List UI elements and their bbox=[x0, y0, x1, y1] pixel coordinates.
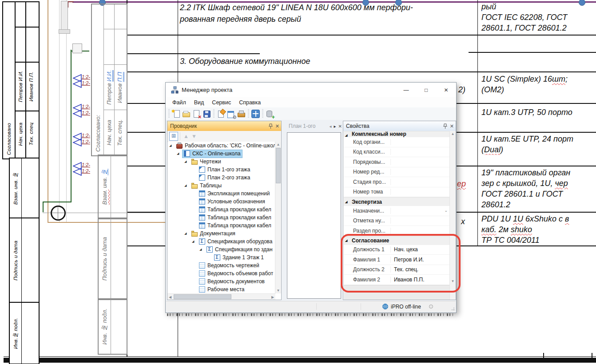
tree-expand-icon[interactable] bbox=[184, 160, 187, 163]
props-vertical-scrollbar[interactable]: ▲ ▼ bbox=[449, 131, 456, 300]
tab-close-icon[interactable]: ✕ bbox=[338, 124, 342, 129]
property-value[interactable]: Петров И.И. bbox=[391, 257, 449, 263]
move-up-icon[interactable]: ▲ bbox=[183, 133, 189, 139]
property-row[interactable]: Раздел про... ⌄ bbox=[344, 226, 449, 236]
tree-expand-icon[interactable] bbox=[177, 152, 179, 155]
toolbar-button[interactable] bbox=[251, 109, 260, 119]
property-row[interactable]: Код класси... ⌄ bbox=[344, 147, 449, 158]
property-value[interactable]: Иванов П.П. bbox=[391, 277, 449, 283]
tree-item[interactable]: Чертежи bbox=[168, 158, 275, 166]
project-manager-window[interactable]: Менеджер проекта — □ ✕ ФайлВидСервисСпра… bbox=[165, 82, 457, 313]
property-row[interactable]: Код органи... ⌄ bbox=[344, 137, 449, 147]
tree-item[interactable]: Рабочие места bbox=[168, 285, 275, 293]
tree-item[interactable]: Таблица прокладки кабел bbox=[168, 214, 275, 222]
tree-item[interactable]: Ведомость объемов работ bbox=[168, 269, 275, 277]
tree-item[interactable]: Здание 1 Этаж 1 bbox=[168, 253, 275, 261]
property-value[interactable]: Тех. спец. bbox=[391, 266, 449, 273]
tree-item[interactable]: Условные обозначения bbox=[168, 198, 275, 206]
tree-item[interactable]: Спецификация оборудова bbox=[168, 237, 275, 245]
move-down-icon[interactable]: ▼ bbox=[191, 133, 197, 139]
property-row[interactable]: Должность 1 Нач. цеха ⌄ bbox=[344, 245, 449, 255]
property-row[interactable]: Комплексный номер ⌄ bbox=[344, 131, 449, 137]
tree-item[interactable]: План 1-ого этажа bbox=[168, 166, 275, 174]
overlay-vzam[interactable]: Взам. инв. № bbox=[98, 154, 127, 219]
scroll-down-icon[interactable]: ▼ bbox=[275, 289, 281, 293]
tab-nav-forward-icon[interactable]: ▸ bbox=[334, 124, 336, 129]
group-expand-icon[interactable] bbox=[344, 200, 352, 204]
property-row[interactable]: Отметка ну... ⌄ bbox=[344, 216, 449, 226]
menu-item[interactable]: Справка bbox=[235, 98, 265, 107]
scroll-up-icon[interactable]: ▲ bbox=[275, 142, 281, 146]
tree-item[interactable]: Спецификация по здан bbox=[168, 245, 275, 253]
tree-item[interactable]: Таблицы bbox=[168, 182, 275, 190]
scroll-left-icon[interactable]: ◀ bbox=[167, 295, 173, 299]
tree-item[interactable]: План 2-ого этажа bbox=[168, 174, 275, 182]
property-row[interactable]: Назначени... ⌄ bbox=[344, 206, 449, 216]
tree-vertical-scrollbar[interactable]: ▲ ▼ bbox=[275, 142, 281, 293]
toolbar-button[interactable] bbox=[237, 109, 246, 119]
resize-grip[interactable] bbox=[453, 309, 454, 310]
property-row[interactable]: Должность 2 Тех. спец. ⌄ bbox=[344, 265, 449, 275]
overlay-podpis[interactable]: Подпись и дата bbox=[98, 218, 127, 300]
property-row[interactable]: Номер тома ⌄ bbox=[344, 187, 449, 198]
menu-item[interactable]: Вид bbox=[190, 98, 208, 107]
maximize-button[interactable]: □ bbox=[416, 83, 436, 97]
pin-icon[interactable] bbox=[268, 123, 273, 129]
group-expand-icon[interactable] bbox=[344, 134, 352, 137]
toolbar-button[interactable] bbox=[171, 109, 181, 119]
plan-tab[interactable]: План 1-ого ◂ ▸ ✕ bbox=[286, 121, 342, 131]
tree-expand-icon[interactable] bbox=[192, 240, 194, 243]
tree-item[interactable]: Таблица прокладки кабел bbox=[168, 206, 275, 214]
close-button[interactable]: ✕ bbox=[436, 83, 456, 97]
pin-icon[interactable] bbox=[443, 123, 448, 129]
close-icon[interactable]: ✕ bbox=[450, 124, 454, 129]
property-row[interactable]: Стадия про... ⌄ bbox=[344, 177, 449, 187]
explorer-panel-header[interactable]: Проводник ✕ bbox=[167, 121, 281, 131]
scroll-right-icon[interactable]: ▶ bbox=[270, 295, 275, 299]
minimize-button[interactable]: — bbox=[396, 83, 416, 97]
tab-nav-back-icon[interactable]: ◂ bbox=[330, 124, 332, 129]
property-row[interactable]: Согласование ⌄ bbox=[344, 236, 449, 245]
property-row[interactable]: Экспертиза ⌄ bbox=[344, 197, 449, 206]
outlet-label: 1:2- bbox=[82, 110, 90, 116]
toolbar-button[interactable] bbox=[216, 109, 226, 119]
scroll-down-icon[interactable]: ▼ bbox=[450, 279, 456, 283]
window-titlebar[interactable]: Менеджер проекта — □ ✕ bbox=[166, 83, 456, 97]
tree-item[interactable]: Рабочая область: 'СКС - Online-школ bbox=[168, 142, 275, 150]
property-row[interactable]: Порядковы... ⌄ bbox=[344, 157, 449, 167]
tree-expand-icon[interactable] bbox=[184, 232, 187, 235]
property-row[interactable]: Фамилия 1 Петров И.И. ⌄ bbox=[344, 255, 449, 265]
property-row[interactable]: Фамилия 2 Иванов П.П. ⌄ bbox=[344, 275, 449, 285]
tree-item[interactable]: Ведомость чертежей bbox=[168, 261, 275, 269]
title-block-overlay[interactable]: Согласовано: Петров И.И. Иванов П.П Нач.… bbox=[91, 4, 127, 156]
scrollbar-thumb[interactable] bbox=[276, 148, 281, 183]
menu-item[interactable]: Файл bbox=[168, 98, 190, 107]
toolbar-button[interactable] bbox=[226, 109, 236, 119]
tree-view-toggle-icon[interactable]: ⊞ bbox=[169, 132, 178, 141]
menu-item[interactable]: Сервис bbox=[208, 98, 235, 107]
toolbar-button[interactable] bbox=[192, 109, 201, 119]
toolbar-button[interactable] bbox=[202, 109, 211, 119]
group-expand-icon[interactable] bbox=[344, 239, 352, 242]
overlay-inv[interactable]: Инв. № подл. bbox=[98, 298, 127, 355]
tree-item[interactable]: Ведомость документов bbox=[168, 277, 275, 285]
tree-expand-icon[interactable] bbox=[184, 184, 187, 187]
scrollbar-thumb[interactable] bbox=[174, 294, 231, 299]
tree-item[interactable]: СКС - Online-школа bbox=[168, 150, 275, 158]
property-row[interactable]: Номер ред... ⌄ bbox=[344, 167, 449, 178]
scroll-up-icon[interactable]: ▲ bbox=[450, 132, 456, 136]
close-icon[interactable]: ✕ bbox=[275, 124, 279, 129]
tree-item[interactable]: Экспликация помещений bbox=[168, 190, 275, 198]
chevron-down-icon[interactable]: ⌄ bbox=[444, 208, 448, 213]
tree-item[interactable]: Таблица прокладки кабел bbox=[168, 222, 275, 229]
tree-expand-icon[interactable] bbox=[199, 248, 202, 251]
tree-expand-icon[interactable] bbox=[169, 144, 171, 147]
tree-item[interactable]: Документация bbox=[168, 229, 275, 237]
tree-horizontal-scrollbar[interactable]: ◀ ▶ bbox=[167, 293, 275, 300]
toolbar-button[interactable] bbox=[265, 109, 274, 119]
plan-page-canvas[interactable] bbox=[287, 132, 341, 299]
approved-label: Согласовано: bbox=[95, 115, 101, 152]
toolbar-button[interactable] bbox=[182, 109, 191, 119]
properties-panel-header[interactable]: Свойства ✕ bbox=[343, 121, 456, 131]
property-value[interactable]: Нач. цеха bbox=[391, 246, 449, 253]
